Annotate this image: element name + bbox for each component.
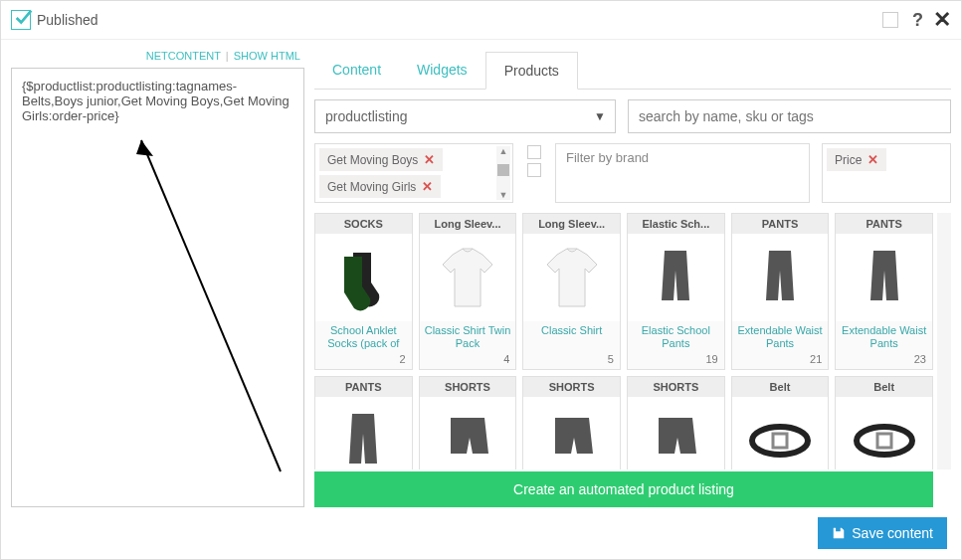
product-card[interactable]: PANTS [314, 376, 413, 469]
tag-scrollbar[interactable]: ▲ ▼ [496, 146, 510, 200]
save-icon [832, 526, 846, 540]
titlebar-box[interactable] [882, 12, 898, 28]
product-grid-wrap: SOCKS School Anklet Socks (pack of 2 Lon… [314, 213, 951, 469]
product-category: PANTS [732, 214, 829, 234]
product-name: Extendable Waist Pants [836, 321, 932, 351]
sort-box[interactable] [527, 145, 541, 159]
product-card[interactable]: SHORTS [419, 376, 517, 469]
help-icon[interactable]: ? [912, 10, 923, 31]
svg-marker-3 [136, 140, 153, 156]
close-icon[interactable]: ✕ [933, 7, 951, 33]
listing-select-wrap: productlisting ▼ [314, 99, 616, 133]
product-card[interactable]: Belt [731, 376, 830, 469]
scroll-up-icon[interactable]: ▲ [499, 146, 508, 156]
product-image [732, 397, 829, 469]
product-number: 23 [836, 351, 932, 369]
product-number: 2 [315, 351, 412, 369]
product-name: Classic Shirt [523, 321, 620, 351]
product-category: Belt [732, 377, 829, 397]
search-input[interactable] [628, 99, 951, 133]
product-grid: SOCKS School Anklet Socks (pack of 2 Lon… [314, 213, 937, 469]
product-category: Elastic Sch... [628, 214, 724, 234]
product-card[interactable]: PANTS Extendable Waist Pants 21 [731, 213, 830, 370]
filter-row-1: productlisting ▼ [314, 99, 951, 133]
save-content-button[interactable]: Save content [818, 517, 947, 549]
product-image [315, 234, 412, 321]
product-category: Belt [836, 377, 932, 397]
tab-content[interactable]: Content [314, 52, 399, 89]
product-image [836, 397, 932, 469]
product-category: SHORTS [628, 377, 724, 397]
product-image [628, 397, 724, 469]
product-category: Long Sleev... [523, 214, 620, 234]
sort-box[interactable] [527, 163, 541, 177]
modal-window: Published ? ✕ NETCONTENT | SHOW HTML {$p… [0, 0, 962, 560]
tag-chip: Get Moving Boys ✕ [319, 148, 443, 171]
product-card[interactable]: SHORTS [627, 376, 725, 469]
product-card[interactable]: SHORTS [522, 376, 621, 469]
product-number: 21 [732, 351, 829, 369]
product-image [420, 397, 516, 469]
create-listing-button[interactable]: Create an automated product listing [314, 471, 933, 507]
product-category: PANTS [315, 377, 412, 397]
product-card[interactable]: Long Sleev... Classic Shirt Twin Pack 4 [419, 213, 517, 370]
titlebar: Published ? ✕ [1, 1, 961, 40]
right-panel: Content Widgets Products productlisting … [314, 46, 951, 507]
editor-content: {$productlist:productlisting:tagnames-Be… [22, 79, 289, 123]
listing-select[interactable]: productlisting [314, 99, 616, 133]
footer: Save content [1, 507, 961, 559]
showhtml-link[interactable]: SHOW HTML [234, 50, 300, 62]
body: NETCONTENT | SHOW HTML {$productlist:pro… [1, 40, 961, 507]
product-name: Classic Shirt Twin Pack [420, 321, 516, 351]
remove-price-icon[interactable]: ✕ [867, 152, 878, 167]
product-card[interactable]: PANTS Extendable Waist Pants 23 [835, 213, 933, 370]
product-category: SHORTS [420, 377, 516, 397]
product-name: School Anklet Socks (pack of [315, 321, 412, 351]
product-image [836, 234, 932, 321]
tabs: Content Widgets Products [314, 52, 951, 90]
tab-products[interactable]: Products [485, 52, 578, 90]
remove-tag-icon[interactable]: ✕ [424, 152, 435, 167]
product-number: 19 [628, 351, 724, 369]
grid-scrollbar[interactable] [937, 213, 951, 469]
left-links: NETCONTENT | SHOW HTML [11, 46, 304, 68]
tab-widgets[interactable]: Widgets [399, 52, 485, 89]
svg-line-2 [141, 140, 281, 471]
product-card[interactable]: SOCKS School Anklet Socks (pack of 2 [314, 213, 413, 370]
product-category: PANTS [836, 214, 932, 234]
product-category: SOCKS [315, 214, 412, 234]
annotation-arrow [12, 69, 304, 506]
left-panel: NETCONTENT | SHOW HTML {$productlist:pro… [11, 46, 304, 507]
window-title: Published [37, 12, 98, 28]
product-card[interactable]: Long Sleev... Classic Shirt 5 [522, 213, 621, 370]
tag-filter-box: Get Moving Boys ✕ Get Moving Girls ✕ ▲ ▼ [314, 143, 513, 203]
product-number: 5 [523, 351, 620, 369]
product-image [732, 234, 829, 321]
product-category: SHORTS [523, 377, 620, 397]
code-editor[interactable]: {$productlist:productlisting:tagnames-Be… [11, 68, 304, 507]
price-filter-box: Price ✕ [822, 143, 951, 203]
product-number: 4 [420, 351, 516, 369]
product-image [315, 397, 412, 469]
product-image [523, 397, 620, 469]
price-chip: Price ✕ [827, 148, 886, 171]
netcontent-link[interactable]: NETCONTENT [146, 50, 221, 62]
product-card[interactable]: Belt [835, 376, 933, 469]
product-category: Long Sleev... [420, 214, 516, 234]
product-card[interactable]: Elastic Sch... Elastic School Pants 19 [627, 213, 725, 370]
product-name: Elastic School Pants [628, 321, 724, 351]
product-image [420, 234, 516, 321]
published-check-icon [11, 10, 31, 30]
remove-tag-icon[interactable]: ✕ [422, 179, 433, 194]
brand-filter[interactable]: Filter by brand [555, 143, 810, 203]
product-name: Extendable Waist Pants [732, 321, 829, 351]
scroll-down-icon[interactable]: ▼ [499, 190, 508, 200]
filter-row-2: Get Moving Boys ✕ Get Moving Girls ✕ ▲ ▼ [314, 143, 951, 203]
sort-boxes [525, 143, 543, 203]
product-image [628, 234, 724, 321]
product-image [523, 234, 620, 321]
tag-chip: Get Moving Girls ✕ [319, 175, 441, 198]
scroll-thumb[interactable] [497, 164, 509, 176]
